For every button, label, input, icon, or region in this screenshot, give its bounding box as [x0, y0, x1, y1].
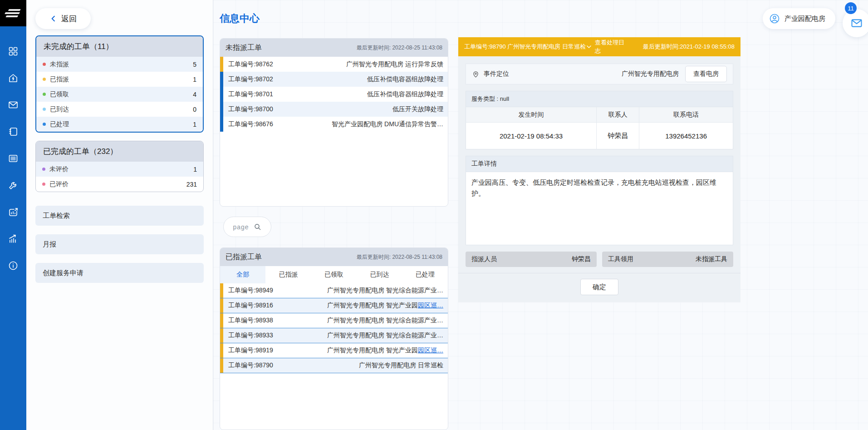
status-item-rated[interactable]: 已评价 231 — [36, 177, 203, 192]
apps-icon[interactable] — [7, 45, 19, 57]
order-id: 工单编号:98762 — [223, 60, 273, 69]
trend-up-icon[interactable] — [7, 233, 19, 245]
status-count: 1 — [193, 166, 197, 173]
order-id: 工单编号:98790 — [223, 361, 273, 370]
status-count: 4 — [193, 91, 196, 98]
order-detail-body: 事件定位 广州智光专用配电房 查看电房 服务类型 : null 发生时间 联系人… — [458, 56, 740, 302]
status-label: 已指派 — [50, 75, 69, 84]
user-account-button[interactable]: 产业园配电房 — [763, 8, 835, 29]
tab-processed[interactable]: 已处理 — [402, 266, 448, 283]
notebook-icon[interactable] — [7, 126, 19, 138]
order-row[interactable]: 工单编号:98916 广州智光专用配电房 智光产业园园区巡… — [220, 298, 448, 313]
event-location-label: 事件定位 — [484, 70, 509, 78]
tools-label: 工具领用 — [608, 255, 633, 263]
view-log-link[interactable]: 查看处理日志 — [586, 39, 630, 55]
tab-assigned[interactable]: 已指派 — [265, 266, 311, 283]
tools-value: 未指派工具 — [696, 255, 727, 263]
order-desc: 广州智光专用配电房 智光综合能源产业… — [327, 331, 448, 340]
assignee-pill[interactable]: 指派人员 钟荣昌 — [466, 252, 597, 267]
status-item-processed[interactable]: 已处理 1 — [36, 117, 203, 132]
back-button[interactable]: 返回 — [35, 8, 91, 29]
status-item-arrived[interactable]: 已到达 0 — [36, 102, 203, 117]
order-row[interactable]: 工单编号:98701 低压补偿电容器组故障处理 — [220, 87, 448, 102]
unfinished-orders-card: 未完成的工单（11） 未指派 5 已指派 1 已领取 4 已到达 0 — [35, 35, 204, 133]
order-row[interactable]: 工单编号:98702 低压补偿电容器组故障处理 — [220, 72, 448, 87]
order-row[interactable]: 工单编号:98762 广州智光专用配电房 运行异常反馈 — [220, 57, 448, 72]
status-item-claimed[interactable]: 已领取 4 — [36, 87, 203, 102]
link-order-search[interactable]: 工单检索 — [35, 206, 204, 226]
order-desc: 广州智光专用配电房 日常巡检 — [359, 361, 448, 370]
status-dot — [42, 168, 45, 171]
status-dot — [43, 63, 46, 66]
chevron-down-icon — [586, 44, 592, 50]
tab-claimed[interactable]: 已领取 — [311, 266, 357, 283]
order-row[interactable]: 工单编号:98938 广州智光专用配电房 智光综合能源产业… — [220, 313, 448, 328]
priority-bar — [220, 72, 223, 87]
status-count: 1 — [193, 76, 196, 83]
tools-pill[interactable]: 工具领用 未指派工具 — [602, 252, 733, 267]
priority-bar — [220, 87, 223, 102]
assignee-value: 钟荣昌 — [572, 255, 591, 263]
mail-badge: 11 — [845, 2, 857, 14]
logo-icon — [5, 9, 22, 17]
list-icon[interactable] — [7, 153, 19, 164]
order-id: 工单编号:98933 — [223, 331, 273, 340]
sidebar — [0, 0, 26, 430]
priority-bar — [220, 328, 223, 343]
order-row[interactable]: 工单编号:98949 广州智光专用配电房 智光综合能源产业… — [220, 283, 448, 298]
priority-bar — [220, 57, 223, 72]
location-pin-icon — [472, 70, 480, 78]
brand-logo[interactable] — [0, 0, 26, 26]
status-label: 未指派 — [50, 60, 69, 69]
link-monthly-report[interactable]: 月报 — [35, 234, 204, 254]
mail-button[interactable] — [843, 9, 868, 37]
priority-bar — [220, 298, 223, 313]
status-item-unassigned[interactable]: 未指派 5 — [36, 57, 203, 72]
order-id: 工单编号:98676 — [223, 120, 273, 129]
report-chart-icon[interactable] — [7, 206, 19, 218]
search-icon — [254, 223, 262, 231]
detail-last-updated: 最后更新时间:2021-02-19 08:55:08 — [643, 43, 735, 51]
order-detail-titlebar: 工单编号:98790 广州智光专用配电房 日常巡检 查看处理日志 最后更新时间:… — [458, 37, 740, 56]
info-icon[interactable] — [7, 260, 19, 272]
mail-icon — [850, 17, 863, 30]
service-info-table: 服务类型 : null 发生时间 联系人 联系电话 2021-02-19 08:… — [466, 91, 733, 149]
confirm-button[interactable]: 确定 — [580, 279, 618, 295]
tab-all[interactable]: 全部 — [220, 266, 265, 283]
user-name: 产业园配电房 — [785, 15, 825, 23]
status-count: 0 — [193, 106, 196, 113]
status-item-unrated[interactable]: 未评价 1 — [36, 162, 203, 177]
app-root: 返回 未完成的工单（11） 未指派 5 已指派 1 已领取 4 已到达 — [0, 0, 868, 430]
page-search[interactable]: page — [223, 217, 271, 237]
tab-arrived[interactable]: 已到达 — [357, 266, 402, 283]
priority-bar — [220, 117, 223, 132]
col-occur-time: 发生时间 — [466, 107, 597, 123]
status-label: 已领取 — [50, 90, 69, 99]
wrench-icon[interactable] — [7, 179, 19, 191]
order-row[interactable]: 工单编号:98919 广州智光专用配电房 智光产业园园区巡… — [220, 343, 448, 358]
page-search-label: page — [233, 223, 249, 231]
order-row[interactable]: 工单编号:98700 低压开关故障处理 — [220, 102, 448, 117]
order-desc: 低压补偿电容器组故障处理 — [367, 75, 448, 84]
assigned-orders-card: 已指派工单 最后更新时间: 2022-08-25 11:43:08 全部 已指派… — [220, 247, 448, 430]
finished-orders-title: 已完成的工单（232） — [36, 141, 203, 162]
mail-icon[interactable] — [7, 99, 19, 111]
status-dot — [43, 123, 46, 126]
status-item-assigned[interactable]: 已指派 1 — [36, 72, 203, 87]
order-row[interactable]: 工单编号:98676 智光产业园配电房 DMU通信异常告警… — [220, 117, 448, 132]
order-row-selected[interactable]: 工单编号:98790 广州智光专用配电房 日常巡检 — [220, 358, 448, 373]
view-room-button[interactable]: 查看电房 — [685, 66, 727, 82]
home-energy-icon[interactable] — [7, 72, 19, 84]
assigned-rows: 工单编号:98949 广州智光专用配电房 智光综合能源产业… 工单编号:9891… — [220, 283, 448, 373]
order-desc: 智光产业园配电房 DMU通信异常告警… — [332, 120, 448, 129]
sidebar-nav — [7, 26, 19, 272]
assigned-tabs: 全部 已指派 已领取 已到达 已处理 — [220, 266, 448, 283]
link-create-service-request[interactable]: 创建服务申请 — [35, 263, 204, 283]
event-location-row: 事件定位 广州智光专用配电房 查看电房 — [466, 64, 733, 84]
status-count: 1 — [193, 121, 196, 128]
order-desc-link: 园区巡… — [418, 346, 443, 354]
order-desc: 广州智光专用配电房 智光综合能源产业… — [327, 287, 448, 295]
order-row[interactable]: 工单编号:98933 广州智光专用配电房 智光综合能源产业… — [220, 328, 448, 343]
unassigned-last-updated: 最后更新时间: 2022-08-25 11:43:08 — [357, 44, 442, 52]
priority-bar — [220, 313, 223, 328]
